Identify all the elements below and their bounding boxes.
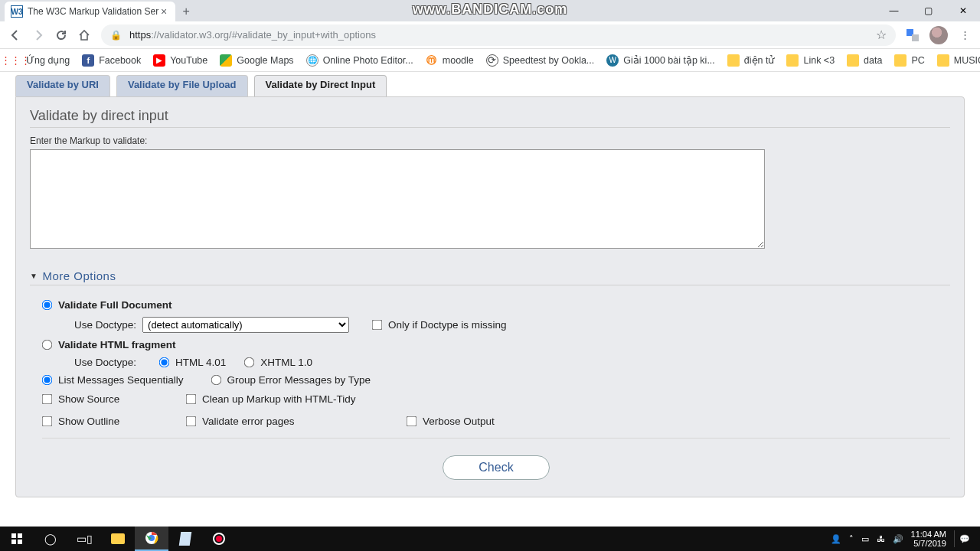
bookmark-label: Link <3 — [803, 55, 835, 66]
tray-network-icon[interactable]: 🖧 — [877, 534, 885, 543]
bookmark-label: YouTube — [170, 55, 207, 66]
checkbox-html-tidy[interactable] — [186, 394, 197, 405]
folder-icon — [786, 54, 799, 67]
markup-textarea[interactable] — [30, 149, 765, 249]
tab-validate-uri[interactable]: Validate by URI — [15, 75, 110, 96]
svg-rect-1 — [912, 34, 919, 41]
bookmark-label: điện tử — [744, 54, 775, 66]
wordpress-icon: W — [606, 54, 619, 67]
people-icon[interactable]: 👤 — [831, 534, 841, 544]
profile-avatar[interactable] — [929, 26, 948, 44]
moodle-icon: ⓜ — [426, 54, 438, 67]
options-separator — [42, 438, 950, 439]
bookmark-folder-data[interactable]: data — [842, 52, 887, 69]
bookmark-label: Ứng dụng — [26, 54, 70, 66]
taskbar-bandicam-record[interactable] — [202, 527, 236, 551]
chrome-menu-button[interactable]: ⋮ — [954, 24, 975, 46]
new-tab-button[interactable]: + — [175, 2, 197, 21]
validator-tabs: Validate by URI Validate by File Upload … — [15, 75, 965, 96]
folder-icon — [894, 54, 906, 67]
option-label: Validate error pages — [202, 416, 295, 427]
bookmark-label: moodle — [443, 55, 474, 66]
tab-validate-direct-input[interactable]: Validate by Direct Input — [254, 75, 387, 96]
translate-icon[interactable] — [902, 24, 923, 46]
reload-button[interactable] — [51, 24, 72, 46]
apps-icon: ⋮⋮⋮ — [9, 54, 21, 67]
option-label: Only if Doctype is missing — [388, 319, 507, 331]
address-bar[interactable]: 🔒 https://validator.w3.org/#validate_by_… — [101, 24, 896, 46]
clock-date: 5/7/2019 — [911, 539, 946, 548]
checkbox-verbose-output[interactable] — [407, 416, 417, 427]
check-button[interactable]: Check — [443, 455, 549, 480]
bookmark-label: Google Maps — [237, 55, 293, 66]
bookmark-folder-music[interactable]: MUSIC — [933, 52, 980, 69]
tray-input-icon[interactable]: ▭ — [861, 534, 869, 544]
checkbox-validate-error-pages[interactable] — [186, 416, 197, 427]
folder-icon — [937, 54, 949, 67]
svg-rect-4 — [11, 540, 16, 544]
bookmark-wordpress[interactable]: WGiải 1000 bài tập ki... — [602, 52, 720, 69]
window-minimize-button[interactable]: — — [877, 0, 911, 21]
taskbar-notepad[interactable] — [168, 527, 202, 551]
close-tab-icon[interactable]: × — [158, 5, 169, 18]
doctype-select[interactable]: (detect automatically) — [142, 317, 349, 333]
option-label: HTML 4.01 — [175, 357, 226, 368]
bookmark-youtube[interactable]: ▶YouTube — [149, 52, 212, 69]
bookmark-label: Giải 1000 bài tập ki... — [623, 54, 715, 66]
browser-tabstrip: W3 The W3C Markup Validation Ser × + www… — [0, 0, 980, 21]
action-center-button[interactable]: 💬 — [954, 530, 974, 547]
bookmark-moodle[interactable]: ⓜmoodle — [421, 52, 479, 69]
window-close-button[interactable]: ✕ — [946, 0, 980, 21]
tab-label: Validate by File Upload — [128, 79, 237, 90]
url-scheme: https — [129, 29, 151, 41]
url-path: ://validator.w3.org/#validate_by_input+w… — [151, 29, 376, 41]
radio-validate-fragment[interactable] — [42, 340, 53, 350]
option-label: XHTML 1.0 — [260, 357, 312, 368]
bookmark-folder-dientu[interactable]: điện tử — [723, 52, 779, 69]
checkbox-only-if-missing[interactable] — [372, 320, 383, 331]
bookmark-label: Speedtest by Ookla... — [503, 55, 595, 66]
option-label: Show Outline — [58, 416, 119, 427]
option-label: Clean up Markup with HTML-Tidy — [202, 393, 356, 405]
bookmark-speedtest[interactable]: ⟳Speedtest by Ookla... — [482, 52, 599, 69]
tray-volume-icon[interactable]: 🔊 — [893, 534, 903, 544]
cortana-button[interactable]: ◯ — [34, 527, 67, 551]
bookmark-folder-pc[interactable]: PC — [890, 52, 929, 69]
taskbar-clock[interactable]: 11:04 AM 5/7/2019 — [911, 530, 946, 548]
radio-group-by-type[interactable] — [211, 375, 221, 386]
checkbox-show-outline[interactable] — [42, 416, 53, 427]
window-controls: — ▢ ✕ — [877, 0, 980, 21]
forward-button[interactable] — [28, 24, 49, 46]
bookmark-label: MUSIC — [954, 55, 980, 66]
svg-rect-3 — [18, 533, 22, 538]
folder-icon — [727, 54, 740, 67]
bookmark-folder-link[interactable]: Link <3 — [782, 52, 839, 69]
home-button[interactable] — [74, 24, 95, 46]
task-view-button[interactable]: ▭▯ — [67, 527, 101, 551]
window-maximize-button[interactable]: ▢ — [911, 0, 946, 21]
bookmark-photo-editor[interactable]: 🌐Online Photo Editor... — [302, 52, 418, 69]
tab-validate-upload[interactable]: Validate by File Upload — [116, 75, 248, 96]
start-button[interactable] — [0, 527, 34, 551]
checkbox-show-source[interactable] — [42, 394, 53, 405]
back-button[interactable] — [5, 24, 26, 46]
panel-heading: Validate by direct input — [30, 108, 950, 128]
radio-validate-full-document[interactable] — [42, 300, 53, 311]
option-label: Group Error Messages by Type — [227, 374, 371, 386]
tray-chevron-up-icon[interactable]: ˄ — [849, 534, 854, 544]
bookmark-facebook[interactable]: fFacebook — [77, 52, 145, 69]
markup-label: Enter the Markup to validate: — [30, 135, 950, 146]
bookmark-google-maps[interactable]: Google Maps — [215, 52, 298, 69]
bookmark-label: data — [864, 55, 882, 66]
bookmark-apps[interactable]: ⋮⋮⋮Ứng dụng — [5, 52, 74, 69]
option-label: Validate HTML fragment — [58, 339, 176, 350]
browser-tab-active[interactable]: W3 The W3C Markup Validation Ser × — [5, 2, 175, 21]
radio-html401[interactable] — [159, 357, 170, 368]
radio-xhtml10[interactable] — [244, 357, 255, 368]
taskbar-chrome[interactable] — [135, 527, 168, 551]
taskbar-file-explorer[interactable] — [101, 527, 135, 551]
bookmark-star-icon[interactable]: ☆ — [876, 28, 887, 42]
radio-list-sequentially[interactable] — [42, 375, 53, 386]
browser-toolbar: 🔒 https://validator.w3.org/#validate_by_… — [0, 21, 980, 49]
more-options-toggle[interactable]: ▼ More Options — [30, 269, 950, 285]
